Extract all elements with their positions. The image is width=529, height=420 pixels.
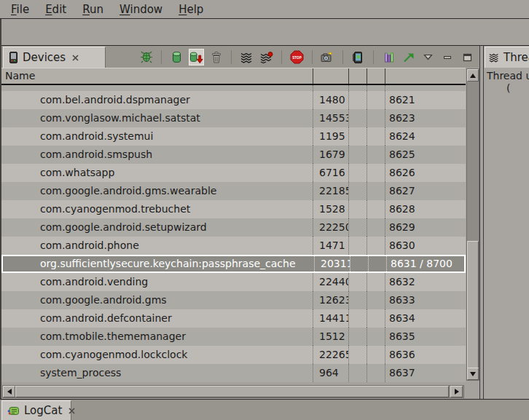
table-row[interactable]: com.android.defcontainer144118634: [1, 309, 466, 328]
update-heap-icon[interactable]: [169, 49, 184, 66]
svg-text:STOP: STOP: [292, 56, 301, 60]
cell-pid: 20311: [315, 256, 350, 272]
up-arrow-icon: [470, 74, 476, 78]
horizontal-scrollbar[interactable]: [2, 385, 464, 398]
menu-item-run[interactable]: Run: [74, 1, 111, 18]
view-menu-icon[interactable]: [420, 49, 436, 66]
cell-name: com.google.android.setupwizard: [1, 218, 313, 237]
close-icon[interactable]: [72, 55, 79, 61]
cell-port: 8634: [385, 309, 466, 328]
toolbar-separator: [373, 50, 374, 64]
table-row[interactable]: com.android.vending224408632: [1, 273, 466, 291]
cell-pid: 22250: [313, 218, 349, 237]
screenshot-icon[interactable]: [320, 49, 335, 66]
column-header-name[interactable]: Name: [1, 68, 313, 84]
toolbar-separator: [231, 50, 232, 64]
cell-pid: 22265: [313, 346, 349, 364]
table-row[interactable]: com.google.android.gms.wearable221858627: [1, 182, 466, 200]
method-profiling-icon[interactable]: [381, 49, 396, 66]
cell-name: com.cyanogenmod.lockclock: [1, 346, 313, 364]
cell-port: 8623: [385, 109, 466, 127]
debug-icon[interactable]: [138, 49, 154, 66]
table-row[interactable]: com.tmobile.thememanager15128635: [1, 328, 466, 346]
cell-pid: 1480: [313, 91, 349, 109]
cell-pid: 6716: [313, 164, 349, 182]
table-row[interactable]: com.vonglasow.michael.satstat145538623: [1, 109, 466, 127]
cell-c3: [349, 237, 367, 255]
update-threads-icon[interactable]: [239, 49, 254, 66]
table-row[interactable]: com.android.systemui11958624: [1, 127, 466, 146]
table-row[interactable]: com.bel.android.dspmanager14808621: [1, 91, 466, 109]
table-row-selected[interactable]: org.sufficientlysecure.keychain:passphra…: [1, 255, 466, 273]
cell-pid: 1679: [313, 146, 349, 164]
column-header-port[interactable]: [385, 68, 466, 84]
left-arrow-icon: [7, 389, 12, 395]
menu-item-edit[interactable]: Edit: [37, 1, 74, 18]
logcat-bar: LogCat: [0, 399, 529, 420]
toolbar-separator: [312, 50, 313, 64]
menu-item-help[interactable]: Help: [171, 1, 211, 18]
dump-threads-icon[interactable]: [259, 49, 274, 66]
scroll-left-button[interactable]: [3, 386, 15, 397]
close-icon[interactable]: [68, 408, 75, 414]
cell-pid: 964: [313, 364, 349, 382]
device-table-body: com.bel.android.dspmanager14808621com.vo…: [1, 85, 466, 382]
minimize-icon[interactable]: [440, 49, 455, 66]
column-header-3[interactable]: [367, 68, 385, 84]
table-row[interactable]: com.whatsapp67168626: [1, 164, 466, 182]
table-row[interactable]: com.google.android.gms126238633: [1, 291, 466, 309]
cell-c3: [349, 328, 367, 346]
cell-pid: 22440: [313, 273, 349, 291]
tab-devices-label: Devices: [23, 51, 66, 64]
table-row[interactable]: com.android.phone14718630: [1, 237, 466, 255]
menu-bar: FileEditRunWindowHelp: [0, 0, 529, 19]
cell-name: com.android.systemui: [1, 127, 313, 146]
scroll-down-button[interactable]: [467, 368, 479, 380]
table-row-partial: [1, 85, 466, 91]
cell-c3: [349, 309, 367, 328]
menu-item-window[interactable]: Window: [111, 1, 171, 18]
cell-pid: 22185: [313, 182, 349, 200]
table-row[interactable]: com.google.android.setupwizard222508629: [1, 218, 466, 237]
column-header-2[interactable]: [349, 68, 367, 84]
scroll-up-button[interactable]: [467, 69, 479, 82]
cell-c4: [367, 127, 385, 146]
cell-c4: [367, 182, 385, 200]
cell-c4: [367, 91, 385, 109]
cell-name: com.tmobile.thememanager: [1, 328, 313, 346]
devices-toolbar: STOP: [138, 47, 475, 68]
toolbar-separator: [281, 50, 282, 64]
cell-c4: [367, 237, 385, 255]
table-row[interactable]: com.cyanogenmod.lockclock222658636: [1, 346, 466, 364]
cell-c3: [349, 182, 367, 200]
gc-icon[interactable]: [208, 49, 224, 66]
table-row[interactable]: com.cyanogenmod.trebuchet15288628: [1, 200, 466, 218]
tab-threads[interactable]: Threads: [485, 47, 529, 68]
cell-name: com.google.android.gms.wearable: [1, 182, 313, 200]
start-profiling-icon[interactable]: [401, 49, 416, 66]
cell-name: com.cyanogenmod.trebuchet: [1, 200, 313, 218]
vertical-scrollbar-thumb[interactable]: [467, 241, 479, 368]
table-row[interactable]: com.android.smspush16798625: [1, 146, 466, 164]
cell-name: com.android.smspush: [1, 146, 313, 164]
menu-item-file[interactable]: File: [3, 1, 37, 18]
tab-devices[interactable]: Devices: [3, 47, 106, 68]
horizontal-scrollbar-thumb[interactable]: [15, 386, 449, 397]
cell-c4: [369, 256, 387, 272]
dump-hprof-icon[interactable]: [189, 49, 204, 66]
toolbar-separator: [342, 50, 343, 64]
maximize-icon[interactable]: [460, 49, 475, 66]
table-row[interactable]: system_process9648637: [1, 364, 466, 382]
screen-record-icon[interactable]: [350, 49, 366, 66]
cell-name: com.android.phone: [1, 237, 313, 255]
stop-process-icon[interactable]: STOP: [289, 49, 305, 66]
table-header[interactable]: Name: [1, 68, 466, 85]
vertical-scrollbar[interactable]: [466, 68, 479, 381]
cell-port: 8621: [385, 91, 466, 109]
cell-name: com.google.android.gms: [1, 291, 313, 309]
cell-port: 8630: [385, 237, 466, 255]
tab-logcat[interactable]: LogCat: [1, 400, 71, 420]
scroll-right-button[interactable]: [450, 386, 463, 397]
column-header-pid[interactable]: [313, 68, 349, 84]
tab-threads-label: Threads: [503, 51, 529, 64]
